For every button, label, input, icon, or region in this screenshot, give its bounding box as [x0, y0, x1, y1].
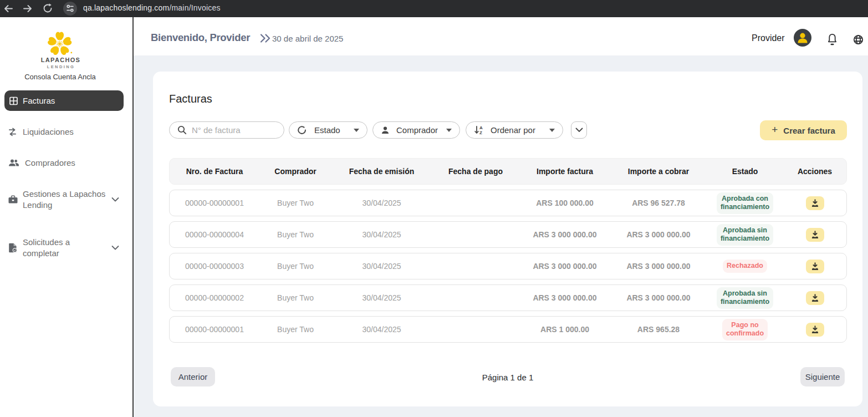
svg-text:Z: Z: [479, 130, 482, 135]
svg-text:A: A: [479, 125, 483, 130]
